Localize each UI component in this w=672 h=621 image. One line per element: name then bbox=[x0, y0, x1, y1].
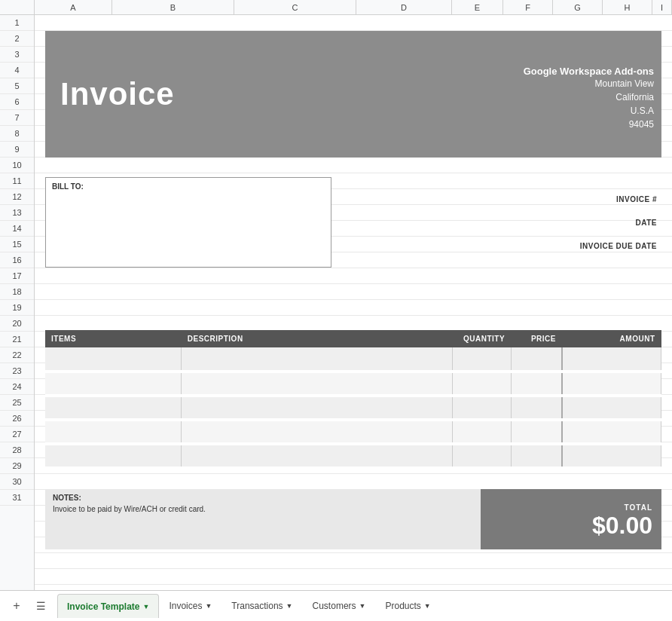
desc-cell-5[interactable] bbox=[182, 444, 452, 468]
row-num-9[interactable]: 9 bbox=[0, 142, 34, 158]
bill-to-box[interactable]: BILL TO: bbox=[45, 177, 331, 268]
row-num-23[interactable]: 23 bbox=[0, 363, 34, 379]
tab-invoices-chevron: ▼ bbox=[205, 602, 212, 610]
col-header-amount: AMOUNT bbox=[562, 330, 661, 347]
table-row[interactable] bbox=[45, 420, 661, 444]
row-num-8[interactable]: 8 bbox=[0, 126, 34, 142]
tab-transactions[interactable]: Transactions ▼ bbox=[221, 594, 302, 618]
col-header-quantity: QUANTITY bbox=[452, 330, 511, 347]
col-header-i[interactable]: H bbox=[603, 0, 652, 14]
qty-cell-5[interactable] bbox=[452, 444, 511, 468]
item-cell-1[interactable] bbox=[45, 347, 182, 372]
col-header-price: PRICE bbox=[511, 330, 562, 347]
item-cell-3[interactable] bbox=[45, 396, 182, 420]
price-cell-4[interactable] bbox=[511, 420, 562, 444]
price-cell-1[interactable] bbox=[511, 347, 562, 372]
desc-cell-4[interactable] bbox=[182, 420, 452, 444]
row-num-3[interactable]: 3 bbox=[0, 47, 34, 63]
tab-customers-chevron: ▼ bbox=[359, 602, 366, 610]
price-cell-3[interactable] bbox=[511, 396, 562, 420]
row-num-2[interactable]: 2 bbox=[0, 31, 34, 47]
row-num-6[interactable]: 6 bbox=[0, 94, 34, 110]
item-cell-2[interactable] bbox=[45, 372, 182, 396]
row-num-12[interactable]: 12 bbox=[0, 189, 34, 205]
amount-cell-1[interactable] bbox=[562, 347, 661, 372]
table-row[interactable] bbox=[45, 372, 661, 396]
table-row[interactable] bbox=[45, 444, 661, 468]
col-header-items: ITEMS bbox=[45, 330, 182, 347]
sheet-menu-button[interactable]: ☰ bbox=[30, 595, 51, 616]
invoice-title-section: Invoice bbox=[45, 31, 511, 158]
row-num-13[interactable]: 13 bbox=[0, 205, 34, 221]
date-label: DATE bbox=[636, 219, 657, 227]
col-header-g[interactable]: F bbox=[503, 0, 553, 14]
row-num-22[interactable]: 22 bbox=[0, 347, 34, 363]
item-cell-4[interactable] bbox=[45, 420, 182, 444]
invoice-footer: NOTES: Invoice to be paid by Wire/ACH or… bbox=[45, 489, 661, 549]
row-num-21[interactable]: 21 bbox=[0, 332, 34, 347]
amount-cell-3[interactable] bbox=[562, 396, 661, 420]
col-header-b[interactable]: A bbox=[35, 0, 112, 14]
qty-cell-2[interactable] bbox=[452, 372, 511, 396]
desc-cell-1[interactable] bbox=[182, 347, 452, 372]
col-header-description: DESCRIPTION bbox=[182, 330, 452, 347]
col-header-j[interactable]: I bbox=[652, 0, 672, 14]
row-num-10[interactable]: 10 bbox=[0, 158, 34, 173]
desc-cell-2[interactable] bbox=[182, 372, 452, 396]
add-sheet-button[interactable]: + bbox=[6, 595, 27, 616]
qty-cell-4[interactable] bbox=[452, 420, 511, 444]
row-num-28[interactable]: 28 bbox=[0, 442, 34, 458]
row-num-14[interactable]: 14 bbox=[0, 221, 34, 237]
tab-products[interactable]: Products ▼ bbox=[375, 594, 440, 618]
amount-cell-4[interactable] bbox=[562, 420, 661, 444]
row-num-26[interactable]: 26 bbox=[0, 411, 34, 427]
row-num-25[interactable]: 25 bbox=[0, 395, 34, 411]
row-num-16[interactable]: 16 bbox=[0, 252, 34, 268]
table-header-row: ITEMS DESCRIPTION QUANTITY PRICE AMOUNT bbox=[45, 330, 661, 347]
amount-cell-5[interactable] bbox=[562, 444, 661, 468]
spacer-rows14-16 bbox=[45, 268, 661, 315]
row-num-29[interactable]: 29 bbox=[0, 458, 34, 474]
price-cell-5[interactable] bbox=[511, 444, 562, 468]
row-num-24[interactable]: 24 bbox=[0, 379, 34, 395]
amount-cell-2[interactable] bbox=[562, 372, 661, 396]
row-num-11[interactable]: 11 bbox=[0, 173, 34, 189]
table-row[interactable] bbox=[45, 396, 661, 420]
tab-customers[interactable]: Customers ▼ bbox=[303, 594, 376, 618]
company-info: Google Workspace Add-ons Mountain View C… bbox=[511, 31, 661, 158]
row-num-20[interactable]: 20 bbox=[0, 316, 34, 332]
row-num-15[interactable]: 15 bbox=[0, 237, 34, 252]
notes-section[interactable]: NOTES: Invoice to be paid by Wire/ACH or… bbox=[45, 489, 481, 549]
row-num-18[interactable]: 18 bbox=[0, 284, 34, 300]
row-num-27[interactable]: 27 bbox=[0, 427, 34, 442]
due-date-label: INVOICE DUE DATE bbox=[580, 242, 657, 250]
tab-invoice-template-label: Invoice Template bbox=[67, 601, 139, 612]
invoice-meta: INVOICE # DATE INVOICE DUE DATE bbox=[331, 177, 661, 268]
table-row[interactable] bbox=[45, 347, 661, 372]
col-header-h[interactable]: G bbox=[553, 0, 603, 14]
row-num-19[interactable]: 19 bbox=[0, 300, 34, 316]
price-cell-2[interactable] bbox=[511, 372, 562, 396]
col-header-d[interactable]: C bbox=[234, 0, 356, 14]
qty-cell-1[interactable] bbox=[452, 347, 511, 372]
row-num-31[interactable]: 31 bbox=[0, 490, 34, 506]
grid-body: 1 2 3 4 5 6 7 8 9 10 11 12 13 14 15 16 1… bbox=[0, 15, 672, 590]
row-num-17[interactable]: 17 bbox=[0, 268, 34, 284]
col-header-f[interactable]: E bbox=[452, 0, 503, 14]
row-num-4[interactable]: 4 bbox=[0, 63, 34, 78]
items-table: ITEMS DESCRIPTION QUANTITY PRICE AMOUNT bbox=[45, 330, 661, 470]
company-state: California bbox=[615, 90, 654, 104]
company-zip: 94045 bbox=[629, 118, 654, 131]
tab-invoice-template[interactable]: Invoice Template ▼ bbox=[57, 594, 159, 618]
row-num-30[interactable]: 30 bbox=[0, 474, 34, 490]
col-header-e[interactable]: D bbox=[356, 0, 452, 14]
item-cell-5[interactable] bbox=[45, 444, 182, 468]
desc-cell-3[interactable] bbox=[182, 396, 452, 420]
row-num-5[interactable]: 5 bbox=[0, 78, 34, 94]
row-num-1[interactable]: 1 bbox=[0, 15, 34, 31]
col-header-c[interactable]: B bbox=[112, 0, 234, 14]
qty-cell-3[interactable] bbox=[452, 396, 511, 420]
tab-invoices[interactable]: Invoices ▼ bbox=[159, 594, 221, 618]
row-num-7[interactable]: 7 bbox=[0, 110, 34, 126]
bill-to-label: BILL TO: bbox=[52, 182, 84, 191]
